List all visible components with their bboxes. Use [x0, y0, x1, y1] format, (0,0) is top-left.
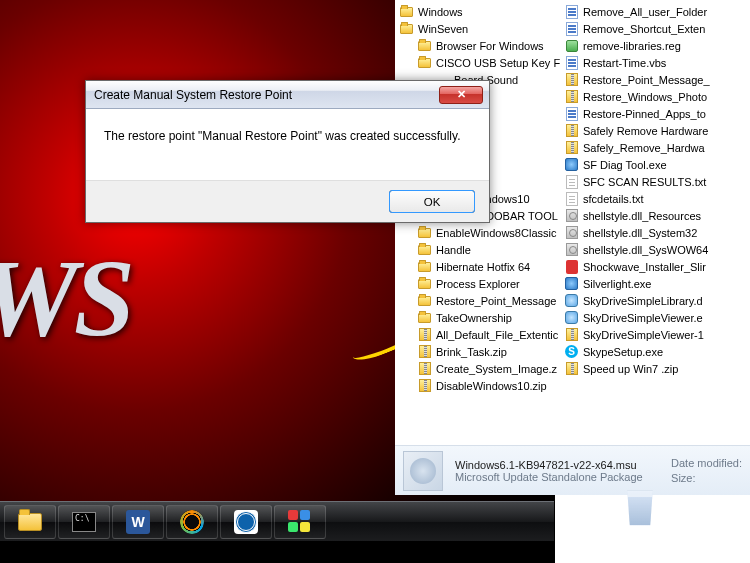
- file-row[interactable]: SFC SCAN RESULTS.txt: [560, 173, 750, 190]
- file-row[interactable]: Speed up Win7 .zip: [560, 360, 750, 377]
- file-row[interactable]: Safely_Remove_Hardwa: [560, 139, 750, 156]
- file-row[interactable]: EnableWindows8Classic: [395, 224, 560, 241]
- file-row[interactable]: WinSeven: [395, 20, 560, 37]
- sky-icon: [564, 293, 579, 308]
- trash-can-desktop-icon[interactable]: Trash Can: [610, 490, 670, 540]
- file-name: SkyDriveSimpleViewer-1: [583, 329, 704, 341]
- folder-icon: [417, 38, 432, 53]
- message-box-dialog: Create Manual System Restore Point ✕ The…: [85, 80, 490, 223]
- zip-icon: [564, 123, 579, 138]
- file-row[interactable]: SkyDriveSimpleLibrary.d: [560, 292, 750, 309]
- teamviewer-icon: [234, 510, 258, 534]
- folder-icon: [417, 242, 432, 257]
- zip-icon: [564, 140, 579, 155]
- file-row[interactable]: Remove_All_user_Folder: [560, 3, 750, 20]
- taskbar-ms-word[interactable]: W: [112, 505, 164, 539]
- zip-icon: [417, 344, 432, 359]
- file-name: Windows: [418, 6, 463, 18]
- file-name: Restore_Point_Message: [436, 295, 556, 307]
- file-name: Restart-Time.vbs: [583, 57, 666, 69]
- close-button[interactable]: ✕: [439, 86, 483, 104]
- taskbar-media-player[interactable]: [166, 505, 218, 539]
- txt-icon: [564, 174, 579, 189]
- file-row[interactable]: DisableWindows10.zip: [395, 377, 560, 394]
- file-name: SF Diag Tool.exe: [583, 159, 667, 171]
- file-name: Browser For Windows: [436, 40, 544, 52]
- file-row[interactable]: Restore_Point_Message: [395, 292, 560, 309]
- file-name: All_Default_File_Extentic: [436, 329, 558, 341]
- details-filename: Windows6.1-KB947821-v22-x64.msu: [455, 459, 643, 471]
- file-name: SkypeSetup.exe: [583, 346, 663, 358]
- file-row[interactable]: Create_System_Image.z: [395, 360, 560, 377]
- ok-button[interactable]: OK: [389, 190, 475, 213]
- details-size-label: Size:: [671, 471, 742, 486]
- file-name: Create_System_Image.z: [436, 363, 557, 375]
- file-row[interactable]: sfcdetails.txt: [560, 190, 750, 207]
- file-row[interactable]: Safely Remove Hardware: [560, 122, 750, 139]
- file-name: remove-libraries.reg: [583, 40, 681, 52]
- file-row[interactable]: Brink_Task.zip: [395, 343, 560, 360]
- zip-icon: [417, 378, 432, 393]
- file-row[interactable]: Remove_Shortcut_Exten: [560, 20, 750, 37]
- file-row[interactable]: shellstyle.dll_SysWOW64: [560, 241, 750, 258]
- file-row[interactable]: Restore_Windows_Photo: [560, 88, 750, 105]
- file-row[interactable]: Windows: [395, 3, 560, 20]
- taskbar-color-blocks[interactable]: [274, 505, 326, 539]
- media-player-icon: [180, 510, 204, 534]
- file-row[interactable]: Handle: [395, 241, 560, 258]
- file-name: Restore_Windows_Photo: [583, 91, 707, 103]
- file-list-column[interactable]: Remove_All_user_FolderRemove_Shortcut_Ex…: [560, 0, 750, 443]
- file-row[interactable]: CISCO USB Setup Key Files: [395, 54, 560, 71]
- file-name: Safely_Remove_Hardwa: [583, 142, 705, 154]
- taskbar-file-explorer[interactable]: [4, 505, 56, 539]
- txt-icon: [564, 191, 579, 206]
- file-row[interactable]: SkyDriveSimpleViewer.e: [560, 309, 750, 326]
- zip-icon: [564, 89, 579, 104]
- word-icon: W: [126, 510, 150, 534]
- file-name: Handle: [436, 244, 471, 256]
- close-icon: ✕: [457, 88, 466, 101]
- dialog-titlebar[interactable]: Create Manual System Restore Point ✕: [86, 81, 489, 109]
- dialog-button-row: OK: [86, 180, 489, 222]
- taskbar-teamviewer[interactable]: [220, 505, 272, 539]
- file-row[interactable]: SF Diag Tool.exe: [560, 156, 750, 173]
- file-row[interactable]: Hibernate Hotfix 64: [395, 258, 560, 275]
- file-row[interactable]: Restart-Time.vbs: [560, 54, 750, 71]
- file-row[interactable]: remove-libraries.reg: [560, 37, 750, 54]
- file-row[interactable]: Shockwave_Installer_Slir: [560, 258, 750, 275]
- file-row[interactable]: SkyDriveSimpleViewer-1: [560, 326, 750, 343]
- trash-icon: [624, 490, 656, 526]
- file-explorer-window[interactable]: WindowsWinSevenBrowser For WindowsCISCO …: [395, 0, 750, 495]
- file-row[interactable]: shellstyle.dll_System32: [560, 224, 750, 241]
- file-row[interactable]: All_Default_File_Extentic: [395, 326, 560, 343]
- blocks-icon: [288, 510, 312, 534]
- taskbar-command-prompt[interactable]: C:\: [58, 505, 110, 539]
- wallpaper-text-fragment: WS: [0, 235, 131, 362]
- folder-icon: [417, 225, 432, 240]
- zip-icon: [564, 361, 579, 376]
- dialog-title: Create Manual System Restore Point: [94, 88, 292, 102]
- taskbar[interactable]: C:\ W: [0, 501, 554, 541]
- file-row[interactable]: Browser For Windows: [395, 37, 560, 54]
- file-row[interactable]: SSkypeSetup.exe: [560, 343, 750, 360]
- file-row[interactable]: shellstyle.dll_Resources: [560, 207, 750, 224]
- file-row[interactable]: Restore_Point_Message_: [560, 71, 750, 88]
- file-name: TakeOwnership: [436, 312, 512, 324]
- file-name: Remove_Shortcut_Exten: [583, 23, 705, 35]
- file-name: Restore-Pinned_Apps_to: [583, 108, 706, 120]
- dll-icon: [564, 225, 579, 240]
- vbs-icon: [564, 106, 579, 121]
- file-row[interactable]: Process Explorer: [395, 275, 560, 292]
- cmd-icon: C:\: [72, 512, 96, 532]
- bottom-strip: [0, 541, 554, 563]
- file-name: Remove_All_user_Folder: [583, 6, 707, 18]
- file-row[interactable]: Restore-Pinned_Apps_to: [560, 105, 750, 122]
- file-name: Silverlight.exe: [583, 278, 651, 290]
- skype-icon: S: [564, 344, 579, 359]
- file-row[interactable]: Silverlight.exe: [560, 275, 750, 292]
- file-name: Safely Remove Hardware: [583, 125, 708, 137]
- swf-icon: [564, 259, 579, 274]
- zip-icon: [417, 327, 432, 342]
- file-row[interactable]: TakeOwnership: [395, 309, 560, 326]
- vbs-icon: [564, 4, 579, 19]
